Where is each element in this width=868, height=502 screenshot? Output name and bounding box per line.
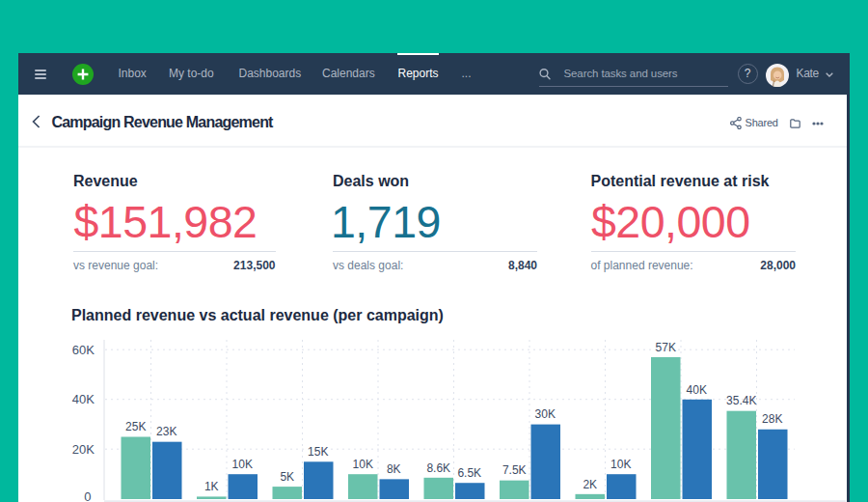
svg-text:0: 0 — [84, 489, 91, 502]
svg-text:15K: 15K — [308, 445, 328, 459]
svg-text:8.6K: 8.6K — [426, 461, 450, 475]
svg-text:8K: 8K — [387, 462, 401, 476]
svg-text:5K: 5K — [280, 470, 294, 484]
svg-text:10K: 10K — [232, 458, 253, 471]
svg-text:7.5K: 7.5K — [502, 463, 527, 477]
svg-text:57K: 57K — [656, 341, 676, 354]
svg-text:1K: 1K — [204, 480, 219, 493]
svg-text:2K: 2K — [583, 478, 597, 491]
svg-text:28K: 28K — [762, 412, 782, 426]
svg-text:10K: 10K — [353, 458, 373, 471]
svg-text:35.4K: 35.4K — [726, 394, 756, 407]
svg-text:60K: 60K — [72, 343, 95, 357]
svg-text:40K: 40K — [72, 392, 95, 406]
svg-text:40K: 40K — [687, 383, 707, 397]
svg-text:30K: 30K — [535, 407, 556, 421]
svg-text:23K: 23K — [156, 425, 176, 438]
svg-text:25K: 25K — [125, 420, 146, 433]
svg-text:10K: 10K — [610, 458, 631, 471]
svg-text:20K: 20K — [72, 442, 95, 457]
svg-text:6.5K: 6.5K — [457, 466, 481, 480]
